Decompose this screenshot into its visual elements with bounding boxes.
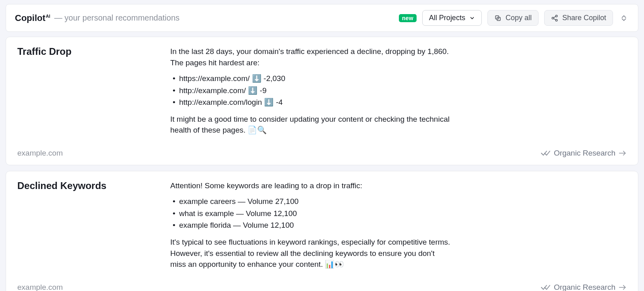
copy-all-label: Copy all [506,14,532,22]
link-text: Organic Research [554,149,615,158]
double-check-icon [541,150,551,156]
header-bar: CopilotAI — your personal recommendation… [6,4,638,32]
share-icon [551,15,558,22]
list-item: what is example — Volume 12,100 [170,208,452,219]
outro-text: It's typical to see fluctuations in keyw… [170,237,452,270]
outro-text: It might be a good time to consider upda… [170,114,452,136]
card-content: Attention! Some keywords are leading to … [170,180,452,275]
card-traffic-drop: Traffic Drop In the last 28 days, your d… [6,37,638,165]
svg-line-5 [553,16,555,17]
card-title: Declined Keywords [17,180,154,275]
card-declined-keywords: Declined Keywords Attention! Some keywor… [6,171,638,291]
domain-label: example.com [17,283,63,291]
organic-research-link[interactable]: Organic Research [541,149,627,158]
close-icon[interactable] [619,13,629,23]
card-title: Traffic Drop [17,46,154,141]
project-selector[interactable]: All Projects [422,10,482,26]
share-label: Share Copilot [562,14,606,22]
list-item: example florida — Volume 12,100 [170,220,452,231]
copy-icon [494,15,502,22]
list-item: example careers — Volume 27,100 [170,196,452,207]
brand-superscript: AI [46,14,50,19]
intro-text: Attention! Some keywords are leading to … [170,180,452,191]
domain-label: example.com [17,149,63,158]
link-text: Organic Research [554,283,615,291]
brand: CopilotAI [15,13,50,23]
double-check-icon [541,284,551,291]
keywords-list: example careers — Volume 27,100 what is … [170,196,452,231]
arrow-right-icon [619,285,627,290]
share-button[interactable]: Share Copilot [544,10,613,26]
pages-list: https://example.com/ ⬇️ -2,030 http://ex… [170,73,452,108]
list-item: https://example.com/ ⬇️ -2,030 [170,73,452,84]
card-content: In the last 28 days, your domain's traff… [170,46,452,141]
new-badge: new [399,14,417,22]
arrow-right-icon [619,150,627,156]
organic-research-link[interactable]: Organic Research [541,283,627,291]
copy-all-button[interactable]: Copy all [487,10,539,26]
chevron-down-icon [469,15,475,21]
intro-text: In the last 28 days, your domain's traff… [170,46,452,68]
subtitle: — your personal recommendations [54,13,180,23]
list-item: http://example.com/login ⬇️ -4 [170,97,452,108]
project-selector-label: All Projects [429,14,465,22]
list-item: http://example.com/ ⬇️ -9 [170,85,452,96]
svg-line-6 [553,19,555,20]
brand-text: Copilot [15,13,45,23]
